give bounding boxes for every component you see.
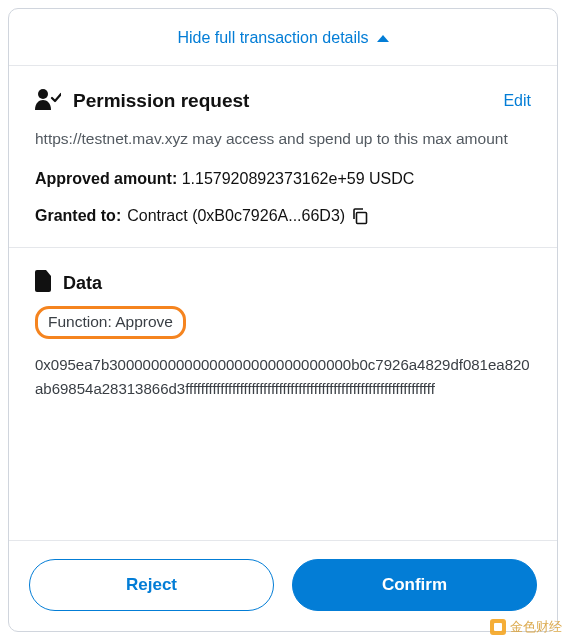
toggle-details-button[interactable]: Hide full transaction details xyxy=(9,9,557,66)
watermark-text: 金色财经 xyxy=(510,618,562,636)
transaction-details-card: Hide full transaction details Permission… xyxy=(8,8,558,632)
watermark: 金色财经 xyxy=(490,618,562,636)
reject-button-label: Reject xyxy=(126,575,177,595)
edit-link[interactable]: Edit xyxy=(503,92,531,110)
data-title: Data xyxy=(63,273,102,294)
permission-title: Permission request xyxy=(73,90,249,112)
data-section: Data Function: Approve 0x095ea7b30000000… xyxy=(9,248,557,420)
function-pill: Function: Approve xyxy=(35,306,186,339)
function-label: Function: Approve xyxy=(48,313,173,330)
permission-section: Permission request Edit https://testnet.… xyxy=(9,66,557,248)
file-icon xyxy=(35,270,53,296)
granted-to-value: Contract (0xB0c7926A...66D3) xyxy=(127,205,345,227)
data-header: Data xyxy=(35,270,531,296)
granted-to-row: Granted to: Contract (0xB0c7926A...66D3) xyxy=(35,205,531,227)
svg-point-0 xyxy=(38,89,48,99)
permission-description: https://testnet.mav.xyz may access and s… xyxy=(35,128,531,150)
toggle-details-label: Hide full transaction details xyxy=(177,29,368,47)
permission-header: Permission request Edit xyxy=(35,88,531,114)
hex-data: 0x095ea7b30000000000000000000000000000b0… xyxy=(35,353,531,400)
confirm-button[interactable]: Confirm xyxy=(292,559,537,611)
approved-amount-label: Approved amount: xyxy=(35,170,177,187)
reject-button[interactable]: Reject xyxy=(29,559,274,611)
granted-to-label: Granted to: xyxy=(35,205,121,227)
caret-up-icon xyxy=(377,35,389,42)
confirm-button-label: Confirm xyxy=(382,575,447,595)
watermark-logo-icon xyxy=(490,619,506,635)
copy-icon[interactable] xyxy=(351,207,369,225)
svg-rect-1 xyxy=(357,213,367,224)
user-check-icon xyxy=(35,88,61,114)
approved-amount-row: Approved amount: 1.157920892373162e+59 U… xyxy=(35,168,531,190)
approved-amount-value: 1.157920892373162e+59 USDC xyxy=(182,170,415,187)
action-footer: Reject Confirm xyxy=(9,540,557,631)
